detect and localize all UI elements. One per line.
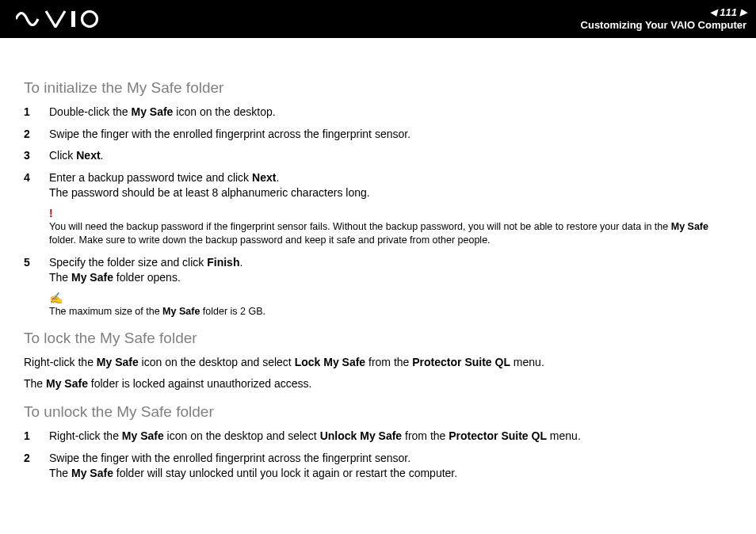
- step-body: Swipe the finger with the enrolled finge…: [49, 451, 732, 482]
- section-title-lock: To lock the My Safe folder: [24, 330, 732, 347]
- step-body: Enter a backup password twice and click …: [49, 170, 732, 201]
- step-item: 1 Right-click the My Safe icon on the de…: [24, 429, 732, 444]
- next-page-icon[interactable]: ▶: [740, 7, 746, 18]
- warning-text: You will need the backup password if the…: [49, 220, 732, 247]
- step-item: 2 Swipe the finger with the enrolled fin…: [24, 451, 732, 482]
- step-item: 5 Specify the folder size and click Fini…: [24, 255, 732, 286]
- svg-rect-0: [71, 11, 75, 27]
- step-body: Right-click the My Safe icon on the desk…: [49, 429, 732, 444]
- section-title-unlock: To unlock the My Safe folder: [24, 403, 732, 421]
- step-item: 4 Enter a backup password twice and clic…: [24, 170, 732, 201]
- step-number: 1: [24, 429, 49, 444]
- step-body: Specify the folder size and click Finish…: [49, 255, 732, 286]
- header-subtitle: Customizing Your VAIO Computer: [581, 19, 746, 32]
- step-number: 4: [24, 170, 49, 201]
- step-item: 2 Swipe the finger with the enrolled fin…: [24, 127, 732, 143]
- page-content: To initialize the My Safe folder 1 Doubl…: [0, 38, 756, 504]
- step-body: Double-click the My Safe icon on the des…: [49, 105, 732, 120]
- page-header: ◀ 111 ▶ Customizing Your VAIO Computer: [0, 0, 756, 38]
- section-title-initialize: To initialize the My Safe folder: [24, 79, 732, 97]
- steps-initialize: 1 Double-click the My Safe icon on the d…: [24, 105, 732, 201]
- step-item: 1 Double-click the My Safe icon on the d…: [24, 105, 732, 120]
- prev-page-icon[interactable]: ◀: [710, 7, 716, 18]
- page-number: 111: [720, 6, 737, 19]
- steps-initialize-cont: 5 Specify the folder size and click Fini…: [24, 255, 732, 286]
- step-number: 3: [24, 148, 49, 164]
- paragraph: The My Safe folder is locked against una…: [24, 376, 732, 392]
- step-body: Click Next.: [49, 148, 732, 164]
- step-item: 3 Click Next.: [24, 148, 732, 164]
- warning-icon: !: [49, 208, 732, 219]
- vaio-logo: [16, 10, 103, 28]
- vaio-logo-svg: [16, 10, 103, 28]
- page-navigator: ◀ 111 ▶: [581, 6, 746, 19]
- step-number: 2: [24, 127, 49, 143]
- step-number: 5: [24, 255, 49, 286]
- step-number: 2: [24, 451, 49, 482]
- tip-note: ✍ The maximum size of the My Safe folder…: [49, 292, 732, 318]
- tip-text: The maximum size of the My Safe folder i…: [49, 305, 732, 318]
- pencil-icon: ✍: [49, 292, 732, 303]
- header-right: ◀ 111 ▶ Customizing Your VAIO Computer: [581, 6, 746, 32]
- step-number: 1: [24, 105, 49, 120]
- paragraph: Right-click the My Safe icon on the desk…: [24, 355, 732, 371]
- warning-note: ! You will need the backup password if t…: [49, 208, 732, 247]
- svg-point-1: [82, 12, 97, 27]
- step-body: Swipe the finger with the enrolled finge…: [49, 127, 732, 143]
- steps-unlock: 1 Right-click the My Safe icon on the de…: [24, 429, 732, 482]
